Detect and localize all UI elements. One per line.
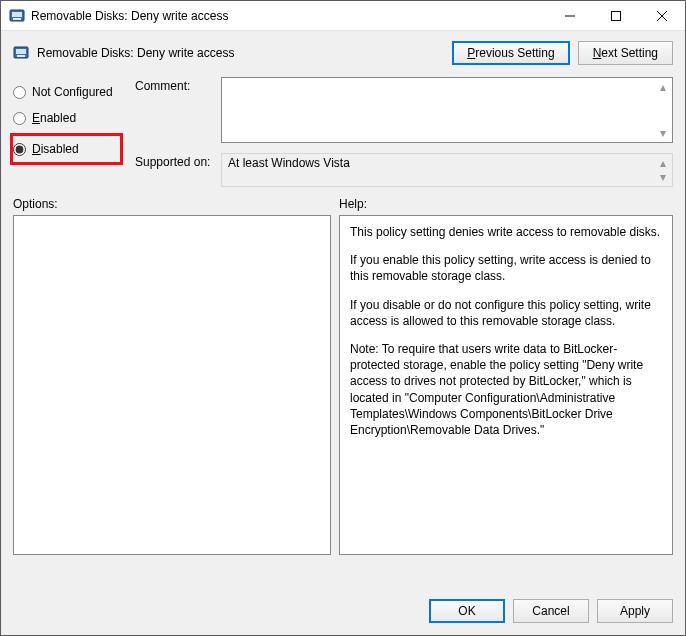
- close-button[interactable]: [639, 1, 685, 30]
- cancel-button[interactable]: Cancel: [513, 599, 589, 623]
- next-setting-button[interactable]: Next Setting: [578, 41, 673, 65]
- options-label: Options:: [13, 197, 339, 211]
- radio-disabled[interactable]: Disabled: [13, 138, 110, 160]
- radio-not-configured-input[interactable]: [13, 86, 26, 99]
- radio-enabled[interactable]: Enabled: [13, 107, 123, 129]
- previous-setting-button[interactable]: Previous Setting: [452, 41, 569, 65]
- policy-editor-window: Removable Disks: Deny write access Remov…: [0, 0, 686, 636]
- help-text: If you enable this policy setting, write…: [350, 252, 662, 284]
- state-radio-group: Not Configured Enabled Disabled: [13, 77, 123, 191]
- supported-on-box: At least Windows Vista ▴ ▾: [221, 153, 673, 187]
- radio-enabled-label: Enabled: [32, 111, 76, 125]
- svg-rect-1: [12, 12, 22, 17]
- radio-not-configured[interactable]: Not Configured: [13, 81, 123, 103]
- policy-icon: [13, 45, 29, 61]
- svg-rect-6: [17, 55, 25, 57]
- options-panel: [13, 215, 331, 555]
- radio-disabled-input[interactable]: [13, 143, 26, 156]
- ok-button[interactable]: OK: [429, 599, 505, 623]
- comment-label: Comment:: [135, 77, 221, 143]
- maximize-button[interactable]: [593, 1, 639, 30]
- header-row: Removable Disks: Deny write access Previ…: [1, 31, 685, 73]
- titlebar: Removable Disks: Deny write access: [1, 1, 685, 31]
- help-text: Note: To require that users write data t…: [350, 341, 662, 438]
- window-title: Removable Disks: Deny write access: [31, 9, 547, 23]
- app-icon: [9, 8, 25, 24]
- scroll-up-icon[interactable]: ▴: [655, 79, 671, 95]
- help-text: This policy setting denies write access …: [350, 224, 662, 240]
- policy-title: Removable Disks: Deny write access: [37, 46, 444, 60]
- radio-enabled-input[interactable]: [13, 112, 26, 125]
- dialog-footer: OK Cancel Apply: [1, 589, 685, 635]
- svg-rect-2: [13, 18, 21, 20]
- supported-label: Supported on:: [135, 153, 221, 187]
- disabled-highlight: Disabled: [10, 133, 123, 165]
- apply-button[interactable]: Apply: [597, 599, 673, 623]
- help-label: Help:: [339, 197, 367, 211]
- scroll-down-icon[interactable]: ▾: [655, 169, 671, 185]
- svg-rect-3: [612, 11, 621, 20]
- supported-value: At least Windows Vista: [228, 156, 350, 170]
- help-text: If you disable or do not configure this …: [350, 297, 662, 329]
- minimize-button[interactable]: [547, 1, 593, 30]
- comment-textarea[interactable]: ▴ ▾: [221, 77, 673, 143]
- radio-disabled-label: Disabled: [32, 142, 79, 156]
- svg-rect-5: [16, 49, 26, 54]
- radio-not-configured-label: Not Configured: [32, 85, 113, 99]
- help-panel: This policy setting denies write access …: [339, 215, 673, 555]
- scroll-down-icon[interactable]: ▾: [655, 125, 671, 141]
